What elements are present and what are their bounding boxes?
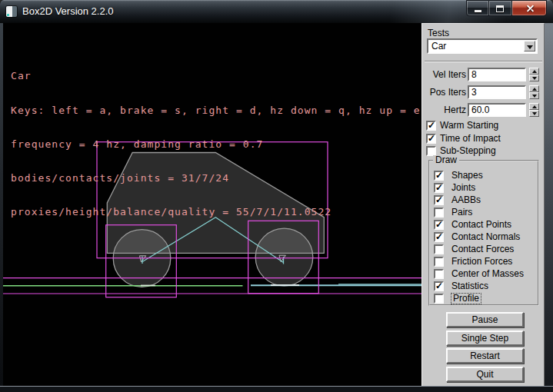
close-button[interactable] (511, 0, 547, 16)
hertz-label: Hertz (422, 105, 466, 115)
checkbox-box[interactable] (426, 121, 436, 131)
tests-dropdown-arrow-button[interactable] (524, 41, 535, 51)
draw-group-box: Draw Shapes Joints AABBs Pairs Contact P… (428, 160, 539, 306)
checkbox-box[interactable] (434, 171, 444, 181)
shapes-label: Shapes (451, 171, 483, 181)
aabbs-label: AABBs (451, 195, 481, 205)
pos-iters-spinner (529, 85, 539, 99)
checkbox-box[interactable] (434, 232, 444, 242)
checkbox-box[interactable] (434, 208, 444, 218)
hertz-value: 60.0 (471, 105, 489, 115)
tests-dropdown[interactable]: Car (427, 38, 538, 54)
draw-group-title: Draw (433, 155, 459, 165)
joints-label: Joints (451, 183, 475, 193)
vel-iters-spinner (529, 68, 539, 81)
vel-iters-field[interactable]: 8 (468, 68, 526, 81)
window-border-left (0, 23, 3, 386)
checkbox-box[interactable] (434, 195, 444, 205)
restart-button[interactable]: Restart (446, 348, 524, 364)
friction-forces-label: Friction Forces (451, 257, 512, 267)
control-panel: Tests Car Vel Iters 8 Pos Iters 3 (421, 23, 545, 386)
maximize-icon (496, 5, 504, 12)
window-border-bottom (0, 386, 553, 392)
app-icon[interactable] (6, 6, 17, 17)
checkbox-box[interactable] (434, 281, 444, 291)
vel-iters-value: 8 (471, 69, 477, 80)
hertz-spinner (529, 103, 539, 117)
checkbox-box[interactable] (426, 134, 436, 144)
warm-starting-label: Warm Starting (440, 121, 498, 131)
window-title: Box2D Version 2.2.0 (22, 0, 114, 22)
bodies-stats-text: bodies/contacts/joints = 31/7/24 (11, 173, 421, 184)
tests-label: Tests (428, 28, 449, 38)
proxies-stats-text: proxies/height/balance/quality = 55/7/1/… (11, 207, 421, 218)
checkbox-box[interactable] (434, 294, 444, 304)
checkbox-box[interactable] (434, 257, 444, 267)
tests-dropdown-value: Car (431, 40, 446, 52)
frequency-text: frequency = 4 hz, damping ratio = 0.7 (11, 139, 421, 151)
pos-iters-up-button[interactable] (529, 85, 539, 92)
app-window: Box2D Version 2.2.0 (0, 0, 553, 392)
pos-iters-label: Pos Iters (422, 87, 466, 98)
statistics-text: Car Keys: left = a, brake = s, right = d… (11, 48, 421, 241)
caption-buttons (466, 0, 547, 16)
hertz-field[interactable]: 60.0 (468, 103, 526, 117)
arrow-down-icon (532, 112, 537, 115)
time-of-impact-label: Time of Impact (440, 134, 501, 144)
vel-iters-down-button[interactable] (529, 75, 539, 81)
arrow-up-icon (532, 88, 537, 91)
arrow-up-icon (532, 70, 537, 73)
simulation-viewport[interactable]: Car Keys: left = a, brake = s, right = d… (3, 23, 421, 386)
pos-iters-value: 3 (471, 87, 477, 98)
profile-label: Profile (451, 294, 481, 304)
minimize-icon (475, 10, 481, 12)
pos-iters-row: Pos Iters 3 (422, 85, 545, 99)
arrow-up-icon (532, 105, 537, 108)
panel-separator (425, 61, 542, 62)
contact-normals-label: Contact Normals (451, 232, 520, 242)
vel-iters-label: Vel Iters (422, 69, 466, 80)
quit-button[interactable]: Quit (446, 367, 524, 382)
pause-button[interactable]: Pause (446, 312, 524, 327)
chevron-down-icon (527, 45, 533, 49)
window-border-right (545, 23, 553, 386)
statistics-label: Statistics (451, 281, 488, 291)
test-title-text: Car (11, 71, 421, 82)
center-of-masses-label: Center of Masses (451, 269, 524, 279)
pos-iters-field[interactable]: 3 (468, 85, 526, 99)
checkbox-box[interactable] (434, 244, 444, 254)
arrow-down-icon (532, 95, 537, 98)
minimize-button[interactable] (466, 0, 489, 16)
contact-points-label: Contact Points (451, 220, 511, 230)
title-bar[interactable]: Box2D Version 2.2.0 (0, 0, 553, 23)
arrow-down-icon (532, 77, 537, 80)
checkbox-box[interactable] (434, 220, 444, 230)
vel-iters-row: Vel Iters 8 (422, 68, 545, 81)
keys-help-text: Keys: left = a, brake = s, right = d, hz… (11, 105, 421, 117)
vel-iters-up-button[interactable] (529, 68, 539, 75)
checkbox-box[interactable] (434, 183, 444, 193)
checkbox-box[interactable] (434, 269, 444, 279)
contact-forces-label: Contact Forces (451, 244, 514, 254)
hertz-row: Hertz 60.0 (422, 103, 545, 117)
single-step-button[interactable]: Single Step (446, 331, 524, 346)
pos-iters-down-button[interactable] (529, 92, 539, 99)
hertz-up-button[interactable] (529, 103, 539, 110)
hertz-down-button[interactable] (529, 110, 539, 117)
close-icon (525, 4, 535, 13)
pairs-label: Pairs (451, 208, 472, 218)
maximize-button[interactable] (489, 0, 511, 16)
